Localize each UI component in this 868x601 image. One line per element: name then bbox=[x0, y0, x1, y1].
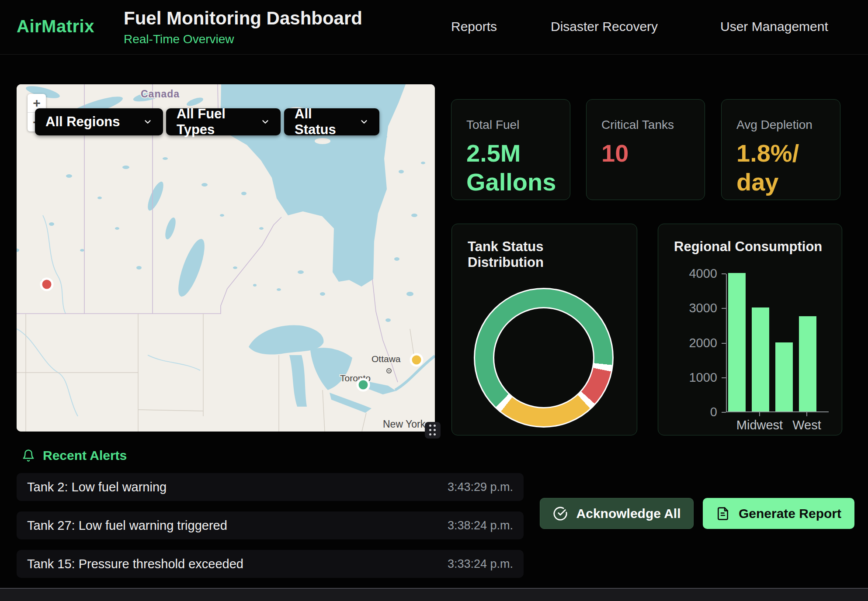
alert-timestamp: 3:33:24 p.m. bbox=[448, 557, 513, 571]
map-marker-warning[interactable] bbox=[411, 354, 422, 366]
button-label: Generate Report bbox=[739, 506, 841, 521]
stat-value: 2.5MGallons bbox=[466, 139, 555, 196]
status-filter-value: All Status bbox=[295, 106, 346, 138]
window-bottom-edge bbox=[0, 588, 868, 601]
check-circle-icon bbox=[553, 506, 568, 521]
chart-title: Tank Status Distribution bbox=[468, 239, 621, 270]
generate-report-button[interactable]: Generate Report bbox=[703, 498, 854, 529]
acknowledge-all-button[interactable]: Acknowledge All bbox=[540, 498, 694, 529]
x-axis-tick-mark bbox=[806, 412, 807, 416]
recent-alerts-header: Recent Alerts bbox=[22, 448, 127, 463]
map-label-canada: Canada bbox=[141, 88, 180, 100]
stat-value: 10 bbox=[601, 139, 690, 168]
alert-text: Tank 2: Low fuel warning bbox=[27, 480, 167, 494]
brand-logo: AirMatrix bbox=[17, 17, 94, 36]
stat-label: Critical Tanks bbox=[601, 118, 690, 132]
y-axis-tick-mark bbox=[722, 343, 726, 344]
y-axis-tick-mark bbox=[722, 377, 726, 378]
stat-card-total-fuel: Total Fuel 2.5MGallons bbox=[451, 99, 570, 200]
map-label-ottawa: Ottawa bbox=[372, 354, 401, 364]
map-city-dot-ottawa-center bbox=[388, 370, 389, 371]
nav-item-reports[interactable]: Reports bbox=[451, 19, 497, 34]
alert-row[interactable]: Tank 27: Low fuel warning triggered 3:38… bbox=[17, 511, 524, 539]
alert-timestamp: 3:38:24 p.m. bbox=[448, 519, 513, 532]
alert-text: Tank 15: Pressure threshold exceeded bbox=[27, 557, 243, 571]
y-axis-tick-label: 3000 bbox=[678, 301, 717, 315]
map-marker-normal[interactable] bbox=[358, 379, 369, 390]
stat-card-avg-depletion: Avg Depletion 1.8%/day bbox=[721, 99, 840, 200]
bar-region-1 bbox=[728, 273, 746, 411]
map-island bbox=[315, 138, 330, 144]
chevron-down-icon bbox=[346, 117, 369, 127]
map-marker-critical[interactable] bbox=[41, 279, 52, 290]
stat-label: Total Fuel bbox=[466, 118, 555, 132]
alert-text: Tank 27: Low fuel warning triggered bbox=[27, 518, 227, 533]
fuel-type-filter-dropdown[interactable]: All Fuel Types bbox=[166, 108, 281, 135]
bell-icon bbox=[22, 449, 35, 462]
stat-card-critical-tanks: Critical Tanks 10 bbox=[586, 99, 705, 200]
bar-region-3 bbox=[775, 342, 793, 412]
y-axis-tick-label: 0 bbox=[678, 405, 717, 419]
page-subtitle: Real-Time Overview bbox=[124, 32, 234, 46]
y-axis-tick-label: 1000 bbox=[678, 370, 717, 385]
bar-plot-area bbox=[726, 274, 829, 412]
region-filter-value: All Regions bbox=[45, 114, 120, 130]
status-filter-dropdown[interactable]: All Status bbox=[284, 108, 379, 135]
region-filter-dropdown[interactable]: All Regions bbox=[35, 108, 163, 135]
alert-row[interactable]: Tank 2: Low fuel warning 3:43:29 p.m. bbox=[17, 473, 524, 501]
alert-timestamp: 3:43:29 p.m. bbox=[448, 480, 513, 494]
alerts-title: Recent Alerts bbox=[43, 448, 127, 463]
nav-item-user-management[interactable]: User Management bbox=[720, 19, 828, 34]
alert-row[interactable]: Tank 15: Pressure threshold exceeded 3:3… bbox=[17, 550, 524, 578]
y-axis-tick-label: 2000 bbox=[678, 336, 717, 350]
stat-label: Avg Depletion bbox=[736, 118, 825, 132]
y-axis-tick-mark bbox=[722, 273, 726, 274]
bar-Midwest bbox=[752, 307, 769, 411]
fuel-monitoring-dashboard: AirMatrix Fuel Monitoring Dashboard Real… bbox=[0, 0, 868, 601]
map-label-new-york: New York bbox=[383, 418, 426, 430]
bar-West bbox=[799, 316, 816, 411]
header: AirMatrix Fuel Monitoring Dashboard Real… bbox=[0, 0, 868, 55]
stat-value: 1.8%/day bbox=[736, 139, 825, 196]
tank-status-donut-chart bbox=[474, 288, 614, 428]
document-icon bbox=[716, 507, 730, 521]
chevron-down-icon bbox=[247, 117, 270, 127]
chart-title: Regional Consumption bbox=[674, 239, 826, 255]
y-axis-tick-mark bbox=[722, 308, 726, 309]
donut-hole bbox=[493, 307, 594, 408]
chevron-down-icon bbox=[130, 117, 153, 127]
page-title: Fuel Monitoring Dashboard bbox=[124, 8, 362, 29]
nav-item-disaster-recovery[interactable]: Disaster Recovery bbox=[551, 19, 658, 34]
y-axis-tick-label: 4000 bbox=[678, 266, 717, 281]
tank-status-distribution-card: Tank Status Distribution bbox=[451, 224, 637, 435]
regional-consumption-card: Regional Consumption 01000200030004000Mi… bbox=[658, 224, 842, 435]
x-axis-tick-label: West bbox=[776, 418, 837, 432]
x-axis-tick-mark bbox=[759, 412, 760, 416]
map-resize-grip-icon[interactable] bbox=[425, 422, 441, 439]
y-axis-tick-mark bbox=[722, 412, 726, 413]
fuel-type-filter-value: All Fuel Types bbox=[177, 106, 247, 138]
button-label: Acknowledge All bbox=[576, 506, 681, 521]
